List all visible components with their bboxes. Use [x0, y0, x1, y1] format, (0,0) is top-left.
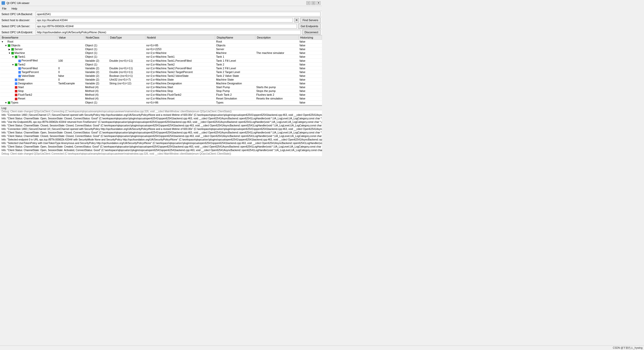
- cell-nodeclass: Object (1): [84, 55, 108, 59]
- node-type-icon: [15, 82, 17, 85]
- cell-historizing: false: [299, 70, 322, 74]
- table-row[interactable]: ValveStatefalseVariable (2)Boolean (ns=0…: [0, 74, 322, 78]
- expand-icon[interactable]: ▼: [5, 101, 7, 104]
- cell-nodeclass: Variable (2): [84, 59, 108, 62]
- node-type-icon: [4, 41, 7, 43]
- get-endpoints-button[interactable]: Get Endpoints: [298, 24, 320, 29]
- cell-historizing: false: [299, 85, 322, 89]
- table-row[interactable]: DesignationTankExampleVariable (2)String…: [0, 82, 322, 85]
- server-input[interactable]: [36, 24, 297, 28]
- node-type-icon: [15, 90, 17, 92]
- node-type-icon: [15, 63, 17, 66]
- node-type-icon: [11, 52, 14, 54]
- tree-area[interactable]: BrowseName Value NodeClass DataType Node…: [0, 35, 322, 106]
- menu-file[interactable]: File: [1, 7, 8, 10]
- log-line: Info: "Client Status: ChannelState: Clos…: [2, 124, 320, 127]
- expand-icon[interactable]: ▼: [12, 63, 14, 66]
- table-row[interactable]: ▼ObjectsObject (1)ns=0;i=85Objectsfalse: [0, 44, 322, 47]
- expand-icon: [15, 74, 18, 77]
- node-type-icon: [8, 44, 10, 47]
- table-row[interactable]: StartMethod (4)ns=2;s=Machine.StartStart…: [0, 85, 322, 89]
- table-row[interactable]: FlushTank2Method (4)ns=2;s=Machine.Flush…: [0, 93, 322, 97]
- table-row[interactable]: ResetMethod (4)ns=2;s=Machine.ResetReset…: [0, 97, 322, 100]
- minimize-button[interactable]: ─: [306, 1, 310, 5]
- cell-nodeid: ns=0;i=85: [145, 44, 215, 47]
- cell-description: [255, 59, 299, 62]
- table-row[interactable]: ▼MachineObject (1)ns=2;s=MachineMachineT…: [0, 51, 322, 55]
- expand-icon[interactable]: ▼: [5, 44, 7, 47]
- table-row[interactable]: ▼TypesObject (1)ns=0;i=86Typesfalse: [0, 100, 322, 104]
- cell-browsename: ▶Server: [0, 47, 57, 51]
- cell-description: [255, 47, 299, 51]
- table-row[interactable]: ▼Tank2Object (1)ns=2;s=Machine.Tank2Tank…: [0, 62, 322, 66]
- table-row[interactable]: State0Variable (2)UInt32 (ns=0;i=7)ns=2;…: [0, 78, 322, 81]
- node-type-icon: [15, 94, 17, 96]
- log-area: Log: Info: "Client Status: ChannelState:…: [0, 106, 322, 156]
- expand-icon[interactable]: ▼: [1, 41, 4, 43]
- host-input[interactable]: [36, 18, 293, 22]
- log-line: Info: "Client Status: ChannelState: Open…: [2, 117, 320, 120]
- cell-description: [255, 66, 299, 70]
- find-servers-button[interactable]: Find Servers: [300, 18, 320, 23]
- restore-button[interactable]: □: [311, 1, 315, 5]
- cell-value: 0: [57, 66, 84, 70]
- expand-icon: [12, 82, 14, 84]
- cell-nodeid: ns=2;s=Machine.Tank2: [145, 62, 215, 66]
- cell-value: [57, 47, 84, 51]
- cell-displayname: Tank 1: [215, 55, 255, 59]
- table-row[interactable]: TargetPercent0Variable (2)Double (ns=0;i…: [0, 70, 322, 74]
- app-icon: [2, 1, 5, 5]
- host-clear-button[interactable]: ✕: [294, 18, 299, 22]
- backend-label: Select OPC UA Backend:: [2, 13, 34, 16]
- table-row[interactable]: ▼Tank1Object (1)ns=2;s=Machine.Tank1Tank…: [0, 55, 322, 59]
- cell-browsename: Reset: [0, 97, 57, 100]
- expand-icon[interactable]: ▼: [8, 52, 11, 54]
- expand-icon[interactable]: ▶: [8, 48, 11, 51]
- table-row[interactable]: ▶ServerObject (1)ns=0;i=2253Serverfalse: [0, 47, 322, 51]
- expand-icon[interactable]: ▼: [12, 56, 14, 58]
- log-line: Info: "Use the EndpointURL opc.tcp://BTN…: [2, 120, 320, 124]
- cell-datatype: String (ns=0;i=12): [108, 82, 145, 85]
- log-content[interactable]: Info: "Client Status: ChannelState: Clos…: [0, 110, 322, 156]
- cell-nodeclass: Variable (2): [84, 82, 108, 85]
- node-type-icon: [15, 98, 17, 100]
- menu-help[interactable]: Help: [11, 7, 18, 10]
- table-row[interactable]: ▼RootRootfalse: [0, 40, 322, 44]
- cell-nodeid: ns=2;s=Machine.Tank2.PercentFilled: [145, 66, 215, 70]
- col-description: Description: [255, 36, 299, 40]
- cell-value: 0: [57, 78, 84, 81]
- cell-nodeid: ns=2;s=Machine.Start: [145, 85, 215, 89]
- browse-table: BrowseName Value NodeClass DataType Node…: [0, 35, 322, 106]
- cell-historizing: false: [299, 51, 322, 55]
- backend-input[interactable]: [36, 12, 320, 16]
- cell-nodeid: ns=2;s=Machine.State: [145, 78, 215, 81]
- log-line: Debug: Client state changed QOpcUaClient…: [2, 110, 320, 113]
- cell-datatype: Double (ns=0;i=11): [108, 66, 145, 70]
- cell-value: [57, 44, 84, 47]
- cell-description: [255, 78, 299, 81]
- cell-nodeclass: Object (1): [84, 44, 108, 47]
- table-row[interactable]: PercentFilled0Variable (2)Double (ns=0;i…: [0, 66, 322, 70]
- disconnect-button[interactable]: Disconnect: [302, 30, 320, 35]
- cell-browsename: Start: [0, 85, 57, 89]
- cell-displayname: Machine: [215, 51, 255, 55]
- log-label: Log:: [0, 106, 322, 110]
- close-button[interactable]: ✕: [316, 1, 320, 5]
- title-bar-controls: ─ □ ✕: [306, 1, 320, 5]
- cell-description: [255, 82, 299, 85]
- col-displayname: DisplayName: [215, 36, 255, 40]
- endpoint-input[interactable]: [36, 30, 301, 34]
- cell-datatype: [108, 55, 145, 59]
- cell-historizing: false: [299, 82, 322, 85]
- cell-nodeid: ns=2;s=Machine.Stop: [145, 89, 215, 93]
- node-type-icon: [15, 86, 17, 89]
- table-row[interactable]: StopMethod (4)ns=2;s=Machine.StopStop Pu…: [0, 89, 322, 93]
- cell-browsename: ▼Machine: [0, 51, 57, 55]
- table-row[interactable]: PercentFilled100Variable (2)Double (ns=0…: [0, 59, 322, 62]
- cell-historizing: false: [299, 89, 322, 93]
- cell-datatype: Double (ns=0;i=11): [108, 59, 145, 62]
- node-type-icon: [18, 60, 21, 62]
- col-value: Value: [57, 36, 84, 40]
- cell-description: Starts the pump: [255, 85, 299, 89]
- cell-nodeid: ns=0;i=86: [145, 100, 215, 104]
